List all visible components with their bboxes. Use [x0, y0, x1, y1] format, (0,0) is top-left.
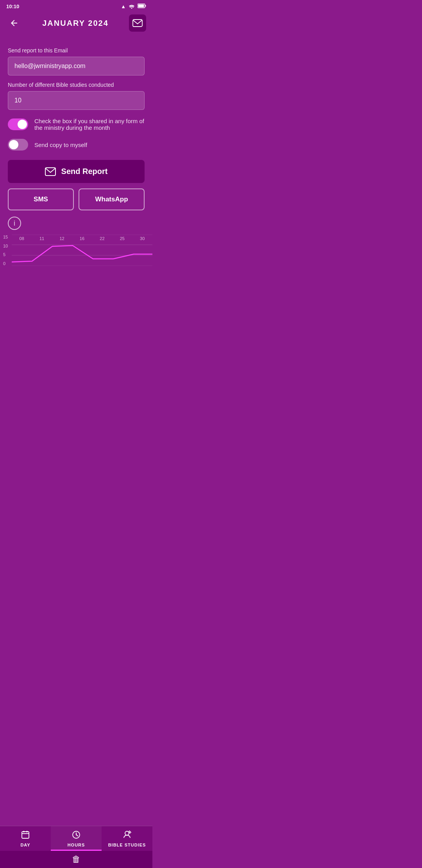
email-label: Send report to this Email — [8, 47, 145, 54]
send-copy-toggle[interactable] — [8, 139, 28, 151]
ministry-toggle[interactable] — [8, 118, 28, 130]
main-content: Send report to this Email Number of diff… — [0, 38, 152, 274]
whatsapp-button[interactable]: WhatsApp — [79, 188, 145, 210]
chart-y-labels: 15 10 5 0 — [3, 235, 8, 266]
battery-icon — [138, 4, 146, 9]
send-copy-label: Send copy to myself — [34, 142, 87, 148]
status-bar: 10:10 ▲ — [0, 0, 152, 11]
page-title: JANUARY 2024 — [42, 19, 109, 28]
status-time: 10:10 — [6, 4, 19, 9]
back-button[interactable] — [6, 15, 22, 31]
bible-studies-label: Number of different Bible studies conduc… — [8, 82, 145, 88]
send-report-label: Send Report — [61, 167, 108, 176]
info-button[interactable]: i — [8, 217, 21, 230]
sms-button[interactable]: SMS — [8, 188, 74, 210]
share-buttons: SMS WhatsApp — [8, 188, 145, 210]
send-copy-toggle-row: Send copy to myself — [8, 139, 145, 151]
send-report-button[interactable]: Send Report — [8, 160, 145, 183]
info-row: i — [8, 210, 145, 235]
email-input[interactable] — [8, 57, 145, 75]
header: JANUARY 2024 — [0, 11, 152, 38]
svg-rect-2 — [138, 5, 144, 7]
signal-icon: ▲ — [121, 4, 126, 9]
svg-rect-1 — [145, 5, 146, 7]
bible-studies-input[interactable] — [8, 91, 145, 110]
ministry-check-label: Check the box if you shared in any form … — [34, 118, 145, 131]
wifi-icon — [128, 3, 135, 10]
ministry-toggle-row: Check the box if you shared in any form … — [8, 118, 145, 131]
chart-svg — [12, 235, 152, 266]
chart-container: 15 10 5 0 08 11 12 16 22 25 30 — [0, 235, 152, 274]
status-icons: ▲ — [121, 3, 146, 10]
svg-rect-3 — [133, 20, 142, 27]
email-button[interactable] — [129, 14, 146, 32]
